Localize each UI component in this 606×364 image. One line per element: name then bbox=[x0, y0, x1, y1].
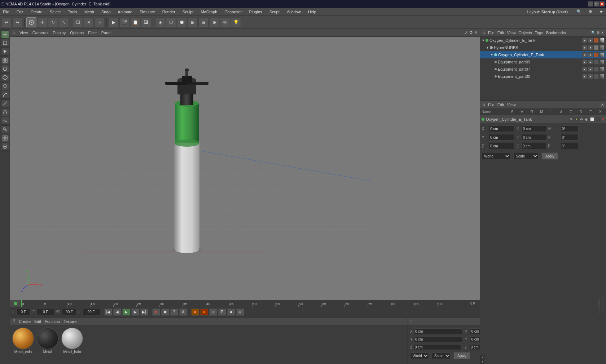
left-tool-select[interactable] bbox=[1, 48, 9, 56]
obj-tree-item-hypernurbs[interactable]: ▼ HyperNURBS ● ● bbox=[480, 44, 606, 51]
obj-icon-tex-3a[interactable] bbox=[594, 52, 599, 57]
vp-menu-filter[interactable]: Filter bbox=[88, 31, 97, 35]
render-queue-button[interactable]: 📋 bbox=[130, 17, 140, 27]
mat-menu-texture[interactable]: Texture bbox=[63, 319, 76, 324]
obj-icon-vis-6[interactable]: ● bbox=[582, 74, 587, 79]
attr-y-rot-input[interactable] bbox=[522, 134, 547, 141]
obj-tool-6[interactable]: ⊕ bbox=[209, 17, 219, 27]
menu-file[interactable]: File bbox=[1, 9, 11, 15]
obj-icon-vis-2[interactable]: ● bbox=[582, 45, 587, 50]
mat-menu-function[interactable]: Function bbox=[45, 319, 60, 324]
render-button[interactable]: 🖼 bbox=[141, 17, 151, 27]
left-tool-poly[interactable] bbox=[1, 74, 9, 81]
attrmgr-close-icon[interactable]: ✕ bbox=[601, 103, 604, 107]
objmgr-search-icon[interactable]: 🔍 bbox=[591, 31, 596, 35]
material-item-metal-balo[interactable]: Metal_balo bbox=[61, 328, 83, 354]
obj-tool-7[interactable]: 👁 bbox=[220, 17, 230, 27]
obj-tool-3[interactable]: ⬢ bbox=[177, 17, 187, 27]
attr-obj-icon-3[interactable]: ⚙ bbox=[579, 117, 584, 121]
obj-tree-item-part07[interactable]: Equipment_part07 ● ● bbox=[480, 66, 606, 73]
vp-close-icon[interactable]: ✕ bbox=[474, 30, 478, 35]
attr-z-pos-input[interactable] bbox=[489, 143, 514, 149]
loop-button[interactable]: ? bbox=[170, 308, 178, 316]
menu-snap[interactable]: Snap bbox=[100, 9, 112, 15]
obj-icon-tex-5b[interactable] bbox=[600, 67, 605, 72]
vp-maximize-icon[interactable]: ⤢ bbox=[465, 30, 468, 35]
fps-input[interactable] bbox=[82, 309, 100, 315]
obj-tree-item-part09[interactable]: Equipment_part09 ● ● bbox=[480, 58, 606, 66]
render-view-button[interactable]: ▶ bbox=[109, 17, 119, 27]
obj-tree-item-part00[interactable]: Equipment_part00 ● ● bbox=[480, 73, 606, 80]
menu-plugins[interactable]: Plugins bbox=[248, 9, 264, 15]
next-frame-button[interactable]: ▶ bbox=[131, 308, 139, 316]
objmgr-menu-objects[interactable]: Objects bbox=[518, 31, 532, 35]
obj-icon-vis-3[interactable]: ● bbox=[582, 52, 587, 57]
mat-menu-create[interactable]: Create bbox=[19, 319, 31, 324]
attr-x-rot-input[interactable] bbox=[522, 125, 547, 132]
attr-apply-button[interactable]: Apply bbox=[541, 152, 558, 160]
vp-settings-icon[interactable]: ⚙ bbox=[469, 30, 473, 35]
objmgr-menu-tags[interactable]: Tags bbox=[535, 31, 543, 35]
attrmgr-menu-view[interactable]: View bbox=[507, 103, 516, 107]
end-frame-input[interactable] bbox=[62, 309, 76, 315]
menu-window[interactable]: Window bbox=[285, 9, 302, 15]
stop-button[interactable]: ⏹ bbox=[161, 308, 169, 316]
objmgr-menu-view[interactable]: View bbox=[507, 31, 516, 35]
obj-icon-texture-1[interactable] bbox=[594, 38, 599, 43]
obj-icon-tex-3b[interactable] bbox=[600, 52, 605, 57]
obj-icon-vis[interactable]: ● bbox=[582, 38, 587, 43]
menu-mograph[interactable]: MoGraph bbox=[199, 9, 219, 15]
left-tool-smooth[interactable] bbox=[1, 117, 9, 125]
objmgr-menu-bookmarks[interactable]: Bookmarks bbox=[546, 31, 566, 35]
menu-script[interactable]: Script bbox=[268, 9, 281, 15]
key-btn-3[interactable]: ○ bbox=[209, 308, 217, 316]
menu-character[interactable]: Character bbox=[223, 9, 243, 15]
close-button[interactable]: ✕ bbox=[600, 1, 605, 6]
key-btn-6[interactable]: ≡ bbox=[236, 308, 244, 316]
obj-tool-2[interactable]: ⬡ bbox=[166, 17, 176, 27]
timeline-ruler[interactable]: 0 5 10 15 20 25 30 35 40 bbox=[10, 300, 480, 307]
obj-icon-render-2[interactable]: ● bbox=[588, 45, 593, 50]
attr-h-input[interactable] bbox=[561, 125, 579, 132]
undo-button[interactable]: ↩ bbox=[1, 17, 12, 27]
obj-icon-render-3[interactable]: ● bbox=[588, 52, 593, 57]
attr-b-input[interactable] bbox=[560, 143, 578, 149]
attr-world-select[interactable]: World Local bbox=[482, 153, 510, 159]
menu-mesh[interactable]: Mesh bbox=[83, 9, 96, 15]
vp-menu-display[interactable]: Display bbox=[53, 31, 66, 35]
left-tool-3d[interactable] bbox=[1, 82, 9, 90]
material-item-metal[interactable]: Metal bbox=[37, 328, 58, 354]
attr-obj-icon-4[interactable]: ◐ bbox=[584, 117, 589, 121]
vp-menu-view[interactable]: View bbox=[19, 31, 28, 35]
prev-frame-button[interactable]: ◀ bbox=[113, 308, 121, 316]
left-tool-cube[interactable] bbox=[1, 39, 9, 47]
left-tool-hair[interactable] bbox=[1, 143, 9, 151]
obj-icon-vis-4[interactable]: ● bbox=[582, 59, 587, 65]
phys-sky-button[interactable]: ○ bbox=[95, 17, 105, 27]
attr-obj-icon-2[interactable]: ★ bbox=[574, 117, 579, 121]
coord-z-pos[interactable] bbox=[414, 344, 462, 350]
left-tool-magnet[interactable] bbox=[1, 108, 9, 116]
attr-p-input[interactable] bbox=[561, 134, 579, 141]
obj-tree-item-root[interactable]: ▼ Oxygen_Cylinder_E_Tank ● ● bbox=[480, 37, 606, 44]
viewport-canvas[interactable]: Perspective bbox=[10, 37, 480, 300]
key-btn-4[interactable]: P bbox=[218, 308, 226, 316]
obj-icon-tex-5a[interactable] bbox=[594, 67, 599, 72]
scroll-up-icon[interactable]: ▲ bbox=[481, 356, 484, 359]
attrmgr-menu-edit[interactable]: Edit bbox=[497, 103, 504, 107]
material-item-metal-colo[interactable]: Metal_colo bbox=[12, 328, 34, 354]
maximize-button[interactable]: □ bbox=[594, 1, 599, 6]
frame-display[interactable] bbox=[36, 309, 54, 315]
menu-simulate[interactable]: Simulate bbox=[138, 9, 157, 15]
attr-obj-icon-5[interactable]: ⬜ bbox=[589, 117, 595, 121]
null-button[interactable]: ✕ bbox=[84, 17, 94, 27]
obj-tool-8[interactable]: 💡 bbox=[231, 17, 241, 27]
left-tool-spline[interactable] bbox=[1, 91, 9, 99]
menu-edit[interactable]: Edit bbox=[15, 9, 25, 15]
vp-menu-cameras[interactable]: Cameras bbox=[32, 31, 49, 35]
left-tool-knife[interactable] bbox=[1, 99, 9, 107]
live-select-button[interactable] bbox=[26, 17, 36, 27]
rotate-button[interactable]: ↻ bbox=[48, 17, 58, 27]
obj-icon-texture-2[interactable] bbox=[600, 38, 605, 43]
record-button[interactable]: ⏺ bbox=[152, 308, 160, 316]
